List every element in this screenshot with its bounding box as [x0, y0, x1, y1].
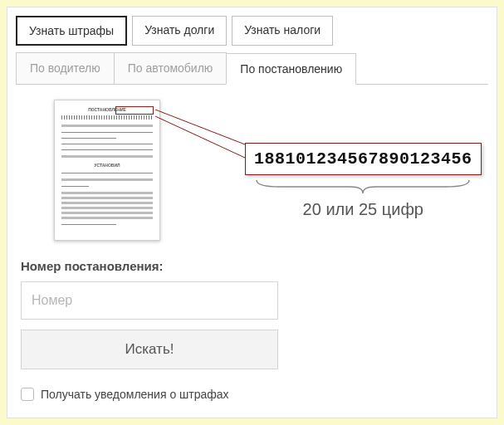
- subtab-by-car[interactable]: По автомобилю: [114, 52, 228, 84]
- subtab-by-decree[interactable]: По постановлению: [226, 53, 356, 85]
- search-button[interactable]: Искать!: [21, 330, 278, 369]
- tab-fines[interactable]: Узнать штрафы: [16, 16, 127, 46]
- connector-lines: [155, 110, 245, 159]
- tab-content: ПОСТАНОВЛЕНИЕ УСТАНОВИЛ: [16, 85, 488, 401]
- main-panel: Узнать штрафы Узнать долги Узнать налоги…: [7, 7, 497, 418]
- decree-number-input[interactable]: [21, 281, 278, 320]
- callout: 188101234567890123456 20 или 25 цифр: [245, 143, 482, 219]
- highlight-box: [115, 106, 154, 115]
- document-thumbnail: ПОСТАНОВЛЕНИЕ УСТАНОВИЛ: [54, 100, 160, 241]
- subtab-by-driver[interactable]: По водителю: [16, 52, 115, 84]
- notify-label: Получать уведомления о штрафах: [41, 388, 229, 401]
- sample-number: 188101234567890123456: [245, 143, 482, 175]
- field-label: Номер постановления:: [21, 259, 483, 273]
- tab-debts[interactable]: Узнать долги: [132, 16, 227, 46]
- sub-tabs: По водителю По автомобилю По постановлен…: [16, 52, 488, 85]
- illustration: ПОСТАНОВЛЕНИЕ УСТАНОВИЛ: [21, 100, 483, 241]
- notify-row: Получать уведомления о штрафах: [21, 388, 483, 401]
- top-tabs: Узнать штрафы Узнать долги Узнать налоги: [16, 16, 488, 46]
- svg-line-1: [155, 116, 245, 158]
- svg-line-0: [155, 110, 245, 144]
- notify-checkbox[interactable]: [21, 388, 34, 401]
- tab-taxes[interactable]: Узнать налоги: [232, 16, 333, 46]
- digits-hint: 20 или 25 цифр: [245, 200, 482, 219]
- curly-brace-icon: [255, 178, 471, 195]
